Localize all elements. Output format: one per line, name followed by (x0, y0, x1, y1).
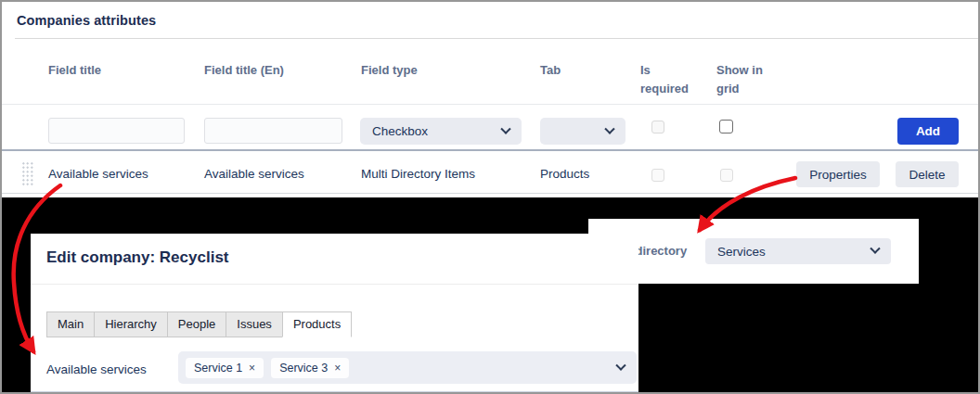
row-field-title: Available services (48, 167, 148, 181)
divider (2, 193, 978, 194)
column-header-field-title: Field title (48, 61, 101, 80)
field-title-input[interactable] (48, 118, 185, 144)
screenshot-frame: Companies attributes Field title Field t… (0, 0, 980, 394)
column-header-tab: Tab (540, 61, 561, 80)
available-services-multiselect[interactable]: Service 1 × Service 3 × (178, 351, 637, 384)
column-header-is-required: Is required (640, 61, 698, 98)
chevron-down-icon (500, 123, 510, 133)
row-is-required-checkbox[interactable] (651, 169, 664, 182)
row-tab: Products (540, 167, 589, 181)
divider (31, 284, 638, 285)
delete-button[interactable]: Delete (896, 161, 959, 187)
tab-people[interactable]: People (167, 311, 226, 337)
selected-chips: Service 1 × Service 3 × (186, 358, 617, 378)
divider (2, 149, 978, 151)
column-header-field-type: Field type (361, 61, 418, 80)
edit-company-title: Edit company: Recyclist (46, 248, 229, 267)
tab-issues[interactable]: Issues (226, 311, 283, 337)
chip-label: Service 3 (279, 362, 328, 375)
is-required-checkbox[interactable] (651, 121, 664, 133)
add-button[interactable]: Add (897, 118, 959, 145)
show-in-grid-checkbox[interactable] (719, 120, 733, 133)
row-field-type: Multi Directory Items (361, 167, 475, 181)
divider (31, 391, 638, 392)
column-header-field-title-en: Field title (En) (204, 61, 284, 80)
field-type-selected-value: Checkbox (372, 124, 428, 138)
divider (2, 104, 978, 105)
properties-button[interactable]: Properties (796, 161, 880, 187)
tab-select[interactable] (540, 118, 625, 145)
chip-service-3: Service 3 × (271, 358, 349, 378)
divider (15, 38, 978, 39)
field-title-en-input[interactable] (204, 118, 342, 144)
user-directory-selected-value: Services (717, 245, 766, 259)
column-header-show-in-grid: Show in grid (716, 61, 774, 98)
remove-chip-icon[interactable]: × (249, 362, 255, 374)
field-type-select[interactable]: Checkbox (360, 118, 522, 145)
row-show-in-grid-checkbox[interactable] (720, 169, 733, 182)
chevron-down-icon (604, 123, 614, 133)
chevron-down-icon (615, 360, 625, 370)
tab-products[interactable]: Products (282, 311, 352, 337)
edit-company-panel: Edit company: Recyclist Main Hierarchy P… (31, 234, 638, 394)
user-directory-select[interactable]: Services (705, 238, 891, 264)
table-title: Companies attributes (17, 13, 156, 28)
chip-service-1: Service 1 × (186, 358, 264, 378)
remove-chip-icon[interactable]: × (334, 362, 341, 374)
companies-attributes-table: Companies attributes Field title Field t… (2, 2, 978, 197)
drag-handle-icon[interactable] (20, 160, 33, 186)
chip-label: Service 1 (194, 362, 242, 375)
row-field-title-en: Available services (204, 167, 304, 181)
tab-hierarchy[interactable]: Hierarchy (94, 311, 168, 337)
tab-main[interactable]: Main (46, 311, 95, 337)
available-services-label: Available services (46, 362, 147, 376)
chevron-down-icon (870, 244, 880, 254)
edit-company-tabs: Main Hierarchy People Issues Products (46, 311, 351, 337)
